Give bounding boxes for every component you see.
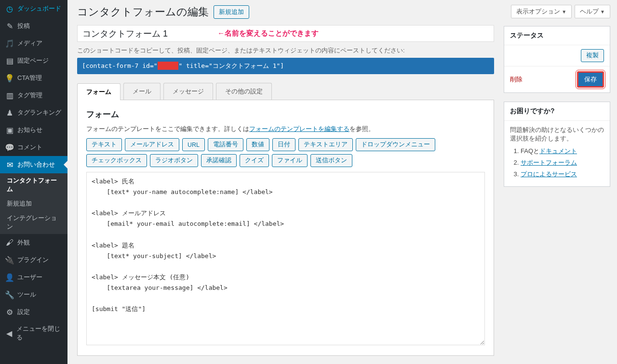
tab[interactable]: その他の設定 — [216, 83, 272, 100]
help-link[interactable]: サポートフォーラム — [521, 159, 577, 166]
tab[interactable]: メッセージ — [163, 83, 213, 100]
sidebar-item-label: コメント — [17, 143, 42, 152]
sidebar-submenu: コンタクトフォーム新規追加インテグレーション — [0, 173, 67, 234]
caret-down-icon: ▼ — [600, 9, 605, 14]
menu-icon: ◀ — [5, 328, 13, 338]
sidebar-item[interactable]: 🔧ツール — [0, 286, 67, 303]
sidebar-item[interactable]: ♟タグランキング — [0, 104, 67, 121]
sidebar-item-label: タグランキング — [17, 108, 61, 117]
tab-list: フォームメールメッセージその他の設定 — [77, 83, 494, 100]
menu-icon: ▣ — [5, 125, 14, 135]
sidebar-item-label: CTA管理 — [17, 74, 42, 82]
menu-icon: ⚙ — [5, 307, 14, 317]
sidebar-item-label: タグ管理 — [17, 91, 42, 100]
tag-generator-button[interactable]: 送信ボタン — [310, 154, 352, 167]
shortcode-box[interactable]: [contact-form-7 id=" " title="コンタクトフォーム … — [77, 58, 494, 74]
tab-panel-form: フォーム フォームのテンプレートをここで編集できます。詳しくはフォームのテンプレ… — [77, 100, 494, 356]
sidebar-item[interactable]: 🔌プラグイン — [0, 251, 67, 269]
sidebar-item[interactable]: ✎投稿 — [0, 17, 67, 35]
sidebar-item[interactable]: 🖌外観 — [0, 234, 67, 251]
sidebar-item-label: ダッシュボード — [17, 4, 61, 13]
sidebar-subitem[interactable]: インテグレーション — [0, 211, 67, 234]
main-content: コンタクトフォームの編集 新規追加 ←名前を変えることができます このショートコ… — [67, 0, 504, 364]
tag-generator-button[interactable]: ラジオボタン — [150, 154, 198, 167]
help-link[interactable]: ドキュメント — [539, 147, 577, 155]
sidebar-item[interactable]: ▥タグ管理 — [0, 87, 67, 104]
form-template-textarea[interactable] — [86, 172, 485, 345]
sidebar-item[interactable]: ▣お知らせ — [0, 121, 67, 139]
menu-icon: 🔧 — [5, 290, 14, 299]
shortcode-post: " title="コンタクトフォーム 1"] — [178, 62, 284, 69]
annotation-text: ←名前を変えることができます — [217, 29, 319, 38]
menu-icon: 👤 — [5, 273, 14, 282]
tag-generator-button[interactable]: 数値 — [246, 138, 269, 151]
right-column: 表示オプション▼ ヘルプ▼ ステータス 複製 削除 保存 お困りですか? 問題解… — [504, 0, 617, 364]
screen-options-button[interactable]: 表示オプション▼ — [511, 5, 572, 18]
tag-generator-button[interactable]: メールアドレス — [125, 138, 179, 151]
panel-title: フォーム — [86, 109, 485, 120]
help-link-item: サポートフォーラム — [521, 158, 604, 167]
menu-icon: 🔌 — [5, 255, 14, 265]
tag-generator-button[interactable]: チェックボックス — [86, 154, 147, 167]
help-button[interactable]: ヘルプ▼ — [575, 5, 610, 18]
tag-generator-buttons: テキストメールアドレスURL電話番号数値日付テキストエリアドロップダウンメニュー… — [86, 138, 485, 167]
sidebar-item-label: プラグイン — [17, 256, 49, 264]
sidebar-subitem[interactable]: コンタクトフォーム — [0, 173, 67, 196]
menu-icon: ✉ — [5, 160, 14, 169]
menu-icon: 💬 — [5, 143, 14, 152]
sidebar-subitem[interactable]: 新規追加 — [0, 196, 67, 211]
tag-generator-button[interactable]: 電話番号 — [208, 138, 243, 151]
menu-icon: ◷ — [5, 4, 14, 13]
sidebar-item-label: 外観 — [17, 238, 30, 247]
template-edit-link[interactable]: フォームのテンプレートを編集する — [249, 125, 349, 132]
tag-generator-button[interactable]: クイズ — [240, 154, 269, 167]
shortcode-description: このショートコードをコピーして、投稿、固定ページ、またはテキストウィジェットの内… — [77, 47, 494, 55]
status-box: ステータス 複製 削除 保存 — [504, 26, 610, 93]
sidebar-item[interactable]: ✉お問い合わせ — [0, 156, 67, 173]
menu-icon: ▥ — [5, 91, 14, 100]
tab[interactable]: フォーム — [77, 83, 121, 100]
help-link-item: FAQとドキュメント — [521, 147, 604, 156]
help-link[interactable]: プロによるサービス — [521, 170, 577, 178]
page-title: コンタクトフォームの編集 — [77, 5, 209, 19]
sidebar-item[interactable]: ▤固定ページ — [0, 52, 67, 69]
menu-icon: ♟ — [5, 108, 14, 117]
sidebar-item-label: メニューを閉じる — [16, 325, 63, 342]
sidebar-item-label: 投稿 — [17, 22, 30, 30]
tab[interactable]: メール — [123, 83, 161, 100]
tag-generator-button[interactable]: ドロップダウンメニュー — [356, 138, 435, 151]
tag-generator-button[interactable]: ファイル — [272, 154, 308, 167]
sidebar-item-label: メディア — [17, 39, 42, 48]
sidebar-item[interactable]: 🎵メディア — [0, 35, 67, 52]
sidebar-item[interactable]: 💬コメント — [0, 139, 67, 156]
sidebar-item-label: お知らせ — [17, 126, 42, 134]
tag-generator-button[interactable]: テキスト — [86, 138, 122, 151]
sidebar-item[interactable]: ◷ダッシュボード — [0, 0, 67, 17]
shortcode-pre: [contact-form-7 id=" — [82, 62, 158, 69]
caret-down-icon: ▼ — [562, 9, 566, 14]
sidebar-item[interactable]: ◀メニューを閉じる — [0, 321, 67, 346]
duplicate-button[interactable]: 複製 — [581, 49, 604, 62]
sidebar-item[interactable]: 💡CTA管理 — [0, 69, 67, 87]
form-title-input[interactable] — [82, 28, 203, 39]
sidebar-item[interactable]: ⚙設定 — [0, 303, 67, 321]
tag-generator-button[interactable]: URL — [182, 138, 205, 151]
help-link-item: プロによるサービス — [521, 170, 604, 179]
sidebar-item[interactable]: 👤ユーザー — [0, 269, 67, 286]
sidebar-item-label: お問い合わせ — [17, 160, 55, 169]
help-box: お困りですか? 問題解決の助けとなるいくつかの選択肢を紹介します。 FAQとドキ… — [504, 102, 610, 187]
sidebar-item-label: ツール — [17, 290, 36, 299]
sidebar-item-label: 固定ページ — [17, 56, 49, 65]
save-button[interactable]: 保存 — [577, 71, 604, 88]
tag-generator-button[interactable]: テキストエリア — [298, 138, 353, 151]
menu-icon: 🖌 — [5, 238, 14, 247]
menu-icon: 🎵 — [5, 39, 14, 48]
tag-generator-button[interactable]: 承諾確認 — [201, 154, 237, 167]
help-title: お困りですか? — [504, 102, 610, 121]
redacted-id — [158, 62, 179, 70]
delete-link[interactable]: 削除 — [510, 75, 523, 84]
help-link-list: FAQとドキュメントサポートフォーラムプロによるサービス — [510, 147, 604, 179]
add-new-button[interactable]: 新規追加 — [214, 5, 249, 19]
tag-generator-button[interactable]: 日付 — [272, 138, 295, 151]
sidebar-item-label: ユーザー — [17, 273, 42, 282]
